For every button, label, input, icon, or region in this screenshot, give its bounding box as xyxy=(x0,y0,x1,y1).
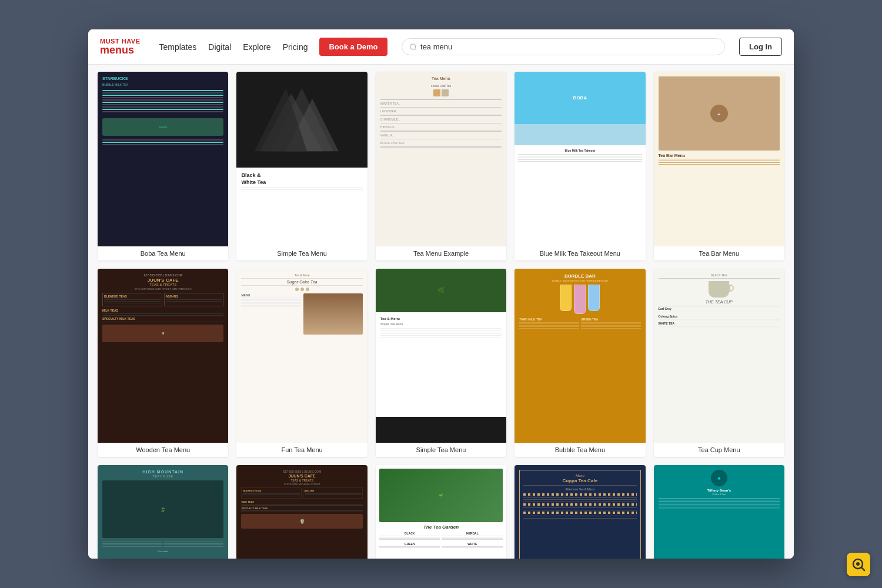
card-high-mountain[interactable]: HIGH MOUNTAIN TEAHOUSE 🍃 xyxy=(98,465,228,559)
card-sugar-cake[interactable]: Tea & More Sugar Cake Tea MENU xyxy=(236,269,367,457)
nav-pricing[interactable]: Pricing xyxy=(283,42,308,52)
card-blue-milk[interactable]: BOBA Blue Milk Tea Takeout Blue Milk Tea… xyxy=(514,72,645,260)
watermark-icon xyxy=(847,553,870,576)
header: MUST HAVE menus Templates Digital Explor… xyxy=(88,29,794,65)
logo-must-have: MUST HAVE xyxy=(100,38,140,45)
card-tea-example[interactable]: Tea Menu Loose Leaf Tea WINTER TEA... LA… xyxy=(376,72,506,260)
card-tea-cup[interactable]: BLACK TEA THE TEA CUP Earl Grey Oolong xyxy=(654,269,784,457)
main-content: STARBUCKS BUBBLE MILK TEA xyxy=(88,65,794,559)
svg-line-7 xyxy=(861,567,864,570)
card-cuppa-tea[interactable]: Menu Cuppa Tea Cafe Afternoon Tea & Menu xyxy=(514,465,645,559)
search-bar[interactable] xyxy=(402,38,725,55)
nav-templates[interactable]: Templates xyxy=(159,42,196,52)
card-wooden-tea[interactable]: 617-555-5555 | JUUNS.COM JUUN'S CAFE TEA… xyxy=(236,465,367,559)
card-label-sugar: Fun Tea Menu xyxy=(236,443,367,457)
card-bw-tea[interactable]: Black & White Tea Simple Tea Menu xyxy=(236,72,367,260)
book-demo-button[interactable]: Book a Demo xyxy=(319,38,387,56)
login-button[interactable]: Log In xyxy=(739,38,782,56)
nav-explore[interactable]: Explore xyxy=(243,42,270,52)
card-label-boba: Boba Tea Menu xyxy=(98,246,228,260)
card-label-tea-bar: Tea Bar Menu xyxy=(654,246,784,260)
card-teal-coffee[interactable]: ♣ Tiffany Bean's Coffee & Tea T xyxy=(654,465,784,559)
card-tea-bar[interactable]: ☕ Tea Bar Menu Tea Bar Menu xyxy=(654,72,784,260)
card-label-tea-example: Tea Menu Example xyxy=(376,246,506,260)
card-label-bubble: Bubble Tea Menu xyxy=(514,443,645,457)
menu-grid: STARBUCKS BUBBLE MILK TEA xyxy=(98,72,784,559)
card-label-juuns: Wooden Tea Menu xyxy=(98,443,228,457)
card-simple-tea[interactable]: 🌿 Tea & Menu Simple Tea Menu xyxy=(376,269,506,457)
search-icon xyxy=(409,43,417,51)
nav-digital[interactable]: Digital xyxy=(208,42,231,52)
search-input[interactable] xyxy=(420,42,717,51)
card-boba-menu[interactable]: STARBUCKS BUBBLE MILK TEA xyxy=(98,72,228,260)
svg-point-8 xyxy=(856,562,860,566)
svg-line-1 xyxy=(415,48,416,49)
card-label-bw: Simple Tea Menu xyxy=(236,246,367,260)
svg-point-0 xyxy=(410,44,415,49)
card-label-blue-milk: Blue Milk Tea Takeout Menu xyxy=(514,246,645,260)
logo-menus: menus xyxy=(100,45,140,56)
nav: Templates Digital Explore Pricing Book a… xyxy=(159,38,387,56)
card-label-tea-cup: Tea Cup Menu xyxy=(654,443,784,457)
card-label-simple: Simple Tea Menu xyxy=(376,443,506,457)
card-juuns[interactable]: 617-555-5555 | JUUNS.COM JUUN'S CAFE TEA… xyxy=(98,269,228,457)
browser-window: MUST HAVE menus Templates Digital Explor… xyxy=(88,29,794,559)
logo[interactable]: MUST HAVE menus xyxy=(100,38,140,56)
card-tea-garden[interactable]: 🌱 The Tea Garden BLACK xyxy=(376,465,506,559)
card-bubble-tea[interactable]: BURBLE BAR BUBBLE TEA SHOP EST. 2012 • B… xyxy=(514,269,645,457)
